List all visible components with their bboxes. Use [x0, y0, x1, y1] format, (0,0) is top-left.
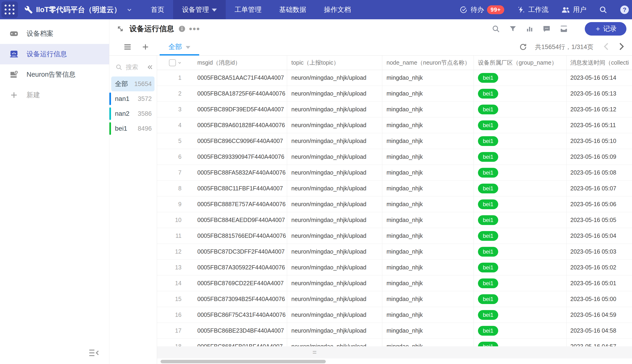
next-page-icon[interactable] [619, 42, 624, 51]
cell-group-name: bei1 [474, 118, 566, 133]
tab-all[interactable]: 全部 [160, 38, 199, 55]
cell-topic: neuron/mingdao_nhjk/upload [287, 307, 382, 323]
collapse-sidebar-button[interactable] [89, 349, 99, 358]
column-header-msgid[interactable]: msgid（消息id） [193, 56, 287, 70]
cell-node-name: mingdao_nhjk [382, 244, 474, 260]
filter-search-placeholder: 搜索 [126, 63, 143, 71]
nav-right-cluster: 待办 99+ 工作流 用户 ? [453, 5, 632, 15]
row-number: 8 [157, 180, 193, 196]
cell-node-name: mingdao_nhjk [382, 196, 474, 212]
column-header-send-time[interactable]: 消息发送时间（collecti [566, 56, 632, 70]
row-number: 2 [157, 86, 193, 101]
cell-msgid: 0005FBC8887E757AF440A40076 [193, 196, 287, 212]
table-row[interactable]: 120005FBC87DC3DFF2F440A4007neuron/mingda… [157, 244, 632, 260]
table-row[interactable]: 30005FBC89DF39ED5F440A4007neuron/mingdao… [157, 102, 632, 118]
more-options-icon[interactable]: ••• [189, 26, 200, 31]
table-row[interactable]: 40005FBC89A601828F440A40076neuron/mingda… [157, 118, 632, 133]
row-number: 6 [157, 149, 193, 164]
collapse-panel-icon[interactable] [146, 64, 153, 71]
app-grid-button[interactable] [2, 2, 18, 18]
filter-item-count: 3586 [138, 110, 152, 118]
cell-group-name: bei1 [474, 149, 566, 164]
cell-msgid: 0005FBC87DC3DFF2F440A4007 [193, 244, 287, 260]
global-search-button[interactable] [593, 6, 613, 14]
check-circle-icon [460, 6, 467, 14]
prev-page-icon[interactable] [604, 42, 609, 51]
table-row[interactable]: 140005FBC8769CD22EF440A4007neuron/mingda… [157, 276, 632, 291]
inbox-icon[interactable] [560, 25, 568, 33]
horizontal-scrollbar[interactable] [161, 360, 326, 363]
info-icon[interactable] [178, 25, 186, 32]
todo-button[interactable]: 待办 99+ [453, 5, 511, 14]
add-view-icon[interactable] [141, 43, 149, 51]
chevron-down-icon[interactable] [178, 61, 181, 64]
sidebar-item-neuron-alerts[interactable]: Neuron告警信息 [0, 64, 109, 85]
table-row[interactable]: 10005FBC8A51AAC71F440A4007neuron/mingdao… [157, 70, 632, 86]
table-row[interactable]: 130005FBC87A305922F440A40076neuron/mingd… [157, 260, 632, 276]
filter-icon[interactable] [509, 25, 517, 33]
records-table: msgid（消息id） topic（上报topic） node_name（neu… [157, 56, 632, 364]
workflow-button[interactable]: 工作流 [511, 5, 555, 14]
nav-item-home[interactable]: 首页 [142, 0, 173, 19]
table-row[interactable]: 100005FBC884EAEDD9F440A4007neuron/mingda… [157, 212, 632, 228]
column-header-node-name[interactable]: node_name（neuron节点名称） [382, 56, 474, 70]
filter-item-nan1[interactable]: nan1 3572 [111, 91, 155, 106]
cell-send-time: 2023-05-16 04:58 [566, 323, 632, 338]
table-row[interactable]: 90005FBC8887E757AF440A40076neuron/mingda… [157, 196, 632, 212]
chevron-down-icon [212, 8, 217, 12]
brand[interactable]: IIoT零代码平台（明道云） [25, 5, 132, 15]
statistics-icon[interactable] [526, 25, 534, 33]
cell-group-name: bei1 [474, 70, 566, 86]
cell-group-name: bei1 [474, 86, 566, 101]
search-records-icon[interactable] [492, 25, 500, 33]
column-header-group-name[interactable]: 设备所属厂区（group_name） [474, 56, 566, 70]
table-row[interactable]: 20005FBC8A18725F6F440A40076neuron/mingda… [157, 86, 632, 102]
filter-item-all[interactable]: 全部 15654 [111, 76, 155, 91]
expand-diagonal-icon[interactable] [116, 25, 124, 33]
cell-send-time: 2023-05-16 05:05 [566, 212, 632, 228]
users-button[interactable]: 用户 [555, 5, 593, 14]
column-header-topic[interactable]: topic（上报topic） [287, 56, 382, 70]
cell-topic: neuron/mingdao_nhjk/upload [287, 180, 382, 196]
cell-topic: neuron/mingdao_nhjk/upload [287, 228, 382, 244]
cell-node-name: mingdao_nhjk [382, 276, 474, 291]
search-icon [115, 64, 122, 71]
sidebar-item-device-archive[interactable]: 设备档案 [0, 24, 109, 44]
filter-item-label: nan2 [115, 110, 129, 118]
cell-send-time: 2023-05-16 05:11 [566, 118, 632, 133]
view-toolbar: 全部 共15654行，1/314页 [109, 38, 632, 56]
table-row[interactable]: 110005FBC8815766EDF440A40076neuron/mingd… [157, 228, 632, 244]
filter-item-bei1[interactable]: bei1 8496 [111, 121, 155, 136]
filter-search[interactable]: 搜索 [109, 61, 157, 76]
svg-text:?: ? [623, 6, 626, 13]
summary-handle-icon[interactable]: = [312, 348, 317, 356]
nav-item-work-orders[interactable]: 工单管理 [226, 0, 270, 19]
cell-topic: neuron/mingdao_nhjk/upload [287, 149, 382, 164]
refresh-icon[interactable] [519, 43, 527, 51]
add-record-button[interactable]: ＋ 记录 [585, 22, 626, 36]
view-list-icon[interactable] [123, 43, 132, 51]
table-row[interactable]: 80005FBC88C11FBF1F440A4007neuron/mingdao… [157, 180, 632, 196]
row-number: 9 [157, 196, 193, 212]
filter-item-nan2[interactable]: nan2 3586 [111, 106, 155, 121]
cell-node-name: mingdao_nhjk [382, 149, 474, 164]
discussion-icon[interactable] [542, 25, 551, 33]
table-row[interactable]: 70005FBC88FA5832AF440A40076neuron/mingda… [157, 165, 632, 180]
table-row[interactable]: 160005FBC86F75C431F440A40076neuron/mingd… [157, 307, 632, 323]
table-row[interactable]: 50005FBC896CC9096F440A4007neuron/mingdao… [157, 133, 632, 149]
sidebar-item-device-run-info[interactable]: 设备运行信息 [0, 44, 109, 64]
table-row[interactable]: 60005FBC893390947F440A40076neuron/mingda… [157, 149, 632, 165]
table-row[interactable]: 170005FBC86BE23D4BF440A4007neuron/mingda… [157, 323, 632, 339]
select-all-checkbox[interactable] [169, 59, 176, 66]
nav-item-label: 基础数据 [279, 5, 306, 14]
sidebar-new-button[interactable]: 新建 [0, 85, 109, 105]
help-button[interactable]: ? [613, 5, 632, 15]
group-badge: bei1 [478, 184, 498, 194]
table-row[interactable]: 150005FBC873094B25F440A40076neuron/mingd… [157, 291, 632, 307]
nav-item-device-management[interactable]: 设备管理 [173, 0, 226, 19]
nav-item-base-data[interactable]: 基础数据 [270, 0, 315, 19]
main-content: 设备运行信息 ••• ＋ 记录 [109, 19, 632, 364]
nav-item-docs[interactable]: 操作文档 [315, 0, 360, 19]
cell-node-name: mingdao_nhjk [382, 180, 474, 196]
cell-group-name: bei1 [474, 228, 566, 244]
